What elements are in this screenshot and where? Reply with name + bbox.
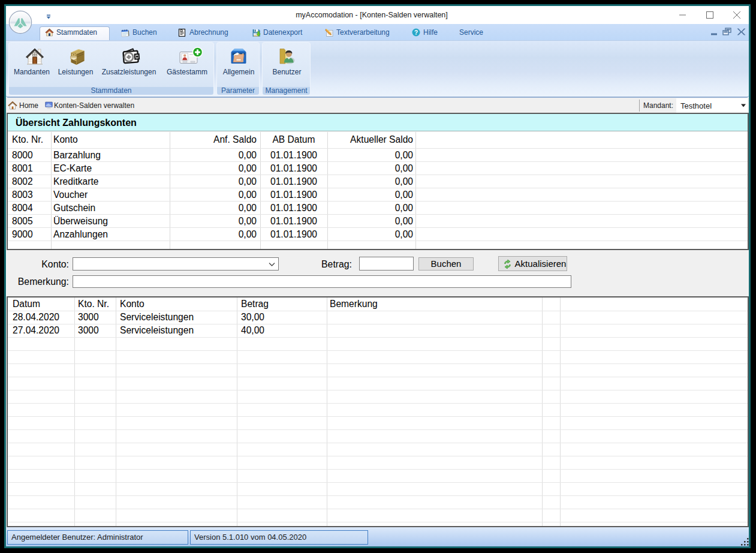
svg-text:?: ?: [414, 29, 418, 36]
